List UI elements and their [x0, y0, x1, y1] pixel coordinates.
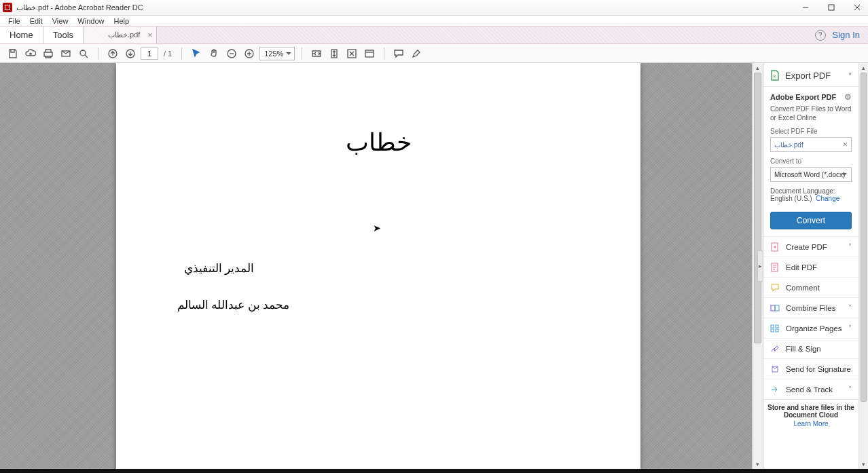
email-icon[interactable]	[58, 46, 73, 61]
edit-pdf-icon	[770, 263, 780, 272]
convert-to-label: Convert to	[770, 157, 852, 165]
menu-edit[interactable]: Edit	[26, 17, 47, 25]
svg-rect-13	[775, 305, 779, 311]
svg-rect-15	[776, 325, 778, 328]
tool-label: Edit PDF	[786, 263, 817, 271]
page-total-label: / 1	[161, 50, 175, 58]
export-pdf-header[interactable]: Export PDF ˄	[763, 63, 858, 87]
menu-bar: File Edit View Window Help	[0, 16, 868, 26]
selection-tool-icon[interactable]	[189, 46, 204, 61]
svg-rect-0	[829, 5, 834, 10]
taskbar	[0, 469, 868, 473]
tool-comment[interactable]: Comment	[763, 277, 858, 297]
send-track-icon	[770, 385, 780, 394]
scroll-up-icon[interactable]: ▴	[753, 63, 763, 73]
panel-scrollbar[interactable]: ▴ ▾	[858, 63, 868, 469]
scroll-track[interactable]	[859, 73, 868, 459]
read-mode-icon[interactable]	[362, 46, 377, 61]
chevron-up-icon: ˄	[848, 72, 852, 79]
chevron-down-icon: ˅	[848, 243, 852, 250]
next-page-icon[interactable]	[123, 46, 138, 61]
cloud-upload-icon[interactable]	[23, 46, 38, 61]
document-viewport[interactable]: خطاب المدير التنفيذي محمد بن عبدالله الس…	[0, 63, 763, 469]
selected-file-name: خطاب.pdf	[774, 141, 803, 149]
learn-more-link[interactable]: Learn More	[763, 420, 858, 430]
close-window-button[interactable]	[849, 1, 865, 14]
convert-to-select[interactable]: Microsoft Word (*.docx)	[770, 167, 852, 182]
document-heading: خطاب	[116, 128, 640, 157]
save-icon[interactable]	[5, 46, 20, 61]
zoom-select[interactable]: 125%	[259, 47, 295, 60]
toolbar-separator	[181, 48, 182, 60]
tab-strip: Home Tools خطاب.pdf × ? Sign In	[0, 26, 868, 44]
tab-home[interactable]: Home	[0, 26, 43, 43]
tool-label: Send for Signature	[786, 365, 851, 373]
comment-icon[interactable]	[391, 46, 406, 61]
combine-icon	[770, 303, 780, 313]
close-tab-icon[interactable]: ×	[147, 31, 152, 40]
tool-combine[interactable]: Combine Files ˅	[763, 297, 858, 318]
convert-button[interactable]: Convert	[770, 212, 852, 229]
panel-collapse-handle[interactable]: ▸	[757, 250, 763, 282]
clear-file-icon[interactable]: ×	[843, 140, 848, 149]
tool-send-signature[interactable]: Send for Signature	[763, 358, 858, 379]
scroll-down-icon[interactable]: ▾	[753, 459, 763, 469]
help-icon[interactable]: ?	[815, 30, 826, 41]
window-title: خطاب.pdf - Adobe Acrobat Reader DC	[16, 3, 143, 12]
tool-send-track[interactable]: Send & Track ˅	[763, 379, 858, 399]
tool-organize[interactable]: Organize Pages ˅	[763, 318, 858, 338]
zoom-out-icon[interactable]	[224, 46, 239, 61]
tab-document[interactable]: خطاب.pdf ×	[84, 26, 157, 43]
menu-view[interactable]: View	[48, 17, 73, 25]
minimize-button[interactable]	[797, 1, 814, 14]
document-text-line: المدير التنفيذي	[184, 261, 254, 276]
tool-create-pdf[interactable]: Create PDF ˅	[763, 236, 858, 257]
scroll-up-icon[interactable]: ▴	[859, 63, 868, 73]
tool-label: Create PDF	[786, 243, 827, 251]
adobe-export-title: Adobe Export PDF⚙	[770, 92, 852, 102]
tool-label: Comment	[786, 284, 820, 292]
export-pdf-icon	[770, 70, 780, 81]
selected-file-box[interactable]: خطاب.pdf ×	[770, 137, 852, 152]
gear-icon[interactable]: ⚙	[844, 92, 852, 102]
prev-page-icon[interactable]	[105, 46, 120, 61]
sign-in-link[interactable]: Sign In	[833, 30, 860, 40]
select-file-label: Select PDF File	[770, 128, 852, 135]
menu-window[interactable]: Window	[73, 17, 108, 25]
highlight-icon[interactable]	[409, 46, 424, 61]
svg-rect-12	[771, 305, 775, 311]
search-icon[interactable]	[76, 46, 91, 61]
scroll-thumb[interactable]	[754, 73, 761, 343]
chevron-down-icon: ˅	[848, 385, 852, 393]
scroll-thumb[interactable]	[861, 73, 867, 402]
tool-label: Combine Files	[786, 304, 836, 312]
tool-fill-sign[interactable]: Fill & Sign	[763, 338, 858, 358]
tool-edit-pdf[interactable]: Edit PDF	[763, 257, 858, 277]
zoom-in-icon[interactable]	[242, 46, 257, 61]
cloud-promo-text: Store and share files in the Document Cl…	[763, 399, 858, 420]
page-number-input[interactable]	[141, 48, 158, 60]
tool-label: Send & Track	[786, 385, 833, 394]
toolbar-separator	[98, 48, 98, 60]
svg-rect-16	[771, 329, 774, 332]
organize-icon	[770, 324, 780, 333]
menu-help[interactable]: Help	[109, 17, 133, 25]
fit-page-icon[interactable]	[327, 46, 342, 61]
doc-language-value: English (U.S.)	[770, 195, 812, 202]
scroll-down-icon[interactable]: ▾	[859, 459, 868, 469]
export-description: Convert PDF Files to Word or Excel Onlin…	[770, 105, 852, 122]
right-tools-panel: Export PDF ˄ Adobe Export PDF⚙ Convert P…	[763, 63, 868, 469]
page: خطاب المدير التنفيذي محمد بن عبدالله الس…	[116, 63, 640, 469]
fullscreen-icon[interactable]	[344, 46, 359, 61]
hand-tool-icon[interactable]	[206, 46, 221, 61]
change-language-link[interactable]: Change	[816, 195, 839, 202]
print-icon[interactable]	[41, 46, 56, 61]
menu-file[interactable]: File	[4, 17, 24, 25]
comment-tool-icon	[770, 283, 780, 292]
send-signature-icon	[770, 364, 780, 374]
fit-width-icon[interactable]	[309, 46, 324, 61]
document-text-line: محمد بن عبدالله السالم	[177, 298, 289, 312]
tab-tools[interactable]: Tools	[43, 26, 84, 43]
export-pdf-label: Export PDF	[785, 71, 843, 81]
maximize-button[interactable]	[823, 1, 839, 14]
